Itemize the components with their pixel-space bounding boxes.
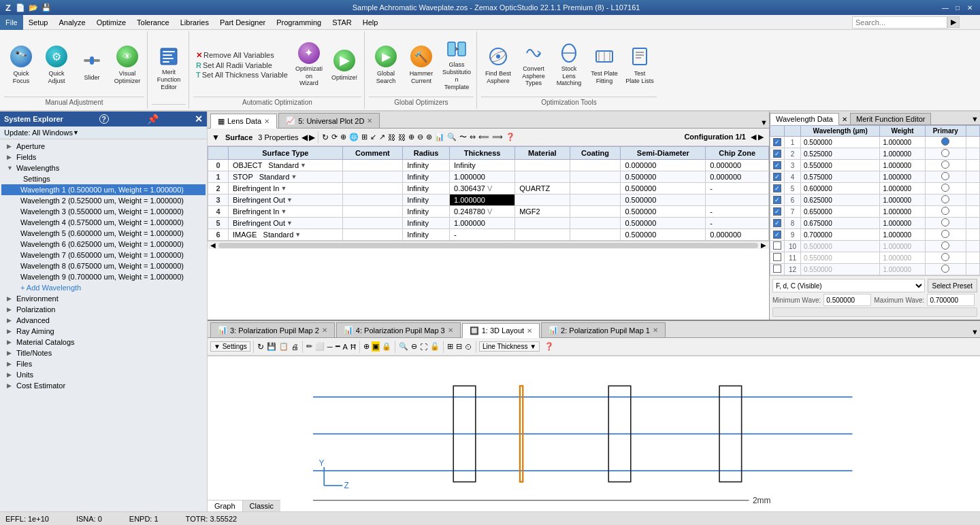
sidebar-item-environment[interactable]: ▶ Environment bbox=[1, 293, 206, 304]
minimize-btn[interactable]: — bbox=[941, 3, 950, 12]
wl-primary-8[interactable] bbox=[925, 218, 966, 229]
wl-wavelength-1[interactable]: 0.500000 bbox=[801, 137, 880, 148]
coating-1[interactable] bbox=[570, 171, 621, 183]
refresh-icon[interactable]: ↻ bbox=[257, 341, 265, 352]
comment-5[interactable] bbox=[342, 218, 402, 229]
wl-wavelength-2[interactable]: 0.525000 bbox=[801, 148, 880, 160]
wl-wavelength-4[interactable]: 0.575000 bbox=[801, 171, 880, 183]
max-wave-input[interactable] bbox=[927, 294, 975, 306]
wl-primary-12[interactable] bbox=[925, 264, 966, 275]
tab-pol-pupil-2[interactable]: 📊 3: Polarization Pupil Map 2 ✕ bbox=[210, 322, 335, 337]
global-search-btn[interactable]: ▶ GlobalSearch bbox=[369, 40, 403, 89]
menu-tolerance[interactable]: Tolerance bbox=[131, 15, 175, 30]
thickness-1[interactable]: 1.000000 bbox=[450, 171, 515, 183]
chain2-icon[interactable]: ⛓ bbox=[397, 133, 406, 142]
menu-help[interactable]: Help bbox=[357, 15, 384, 30]
wl-checkbox-8[interactable]: ✓ bbox=[770, 218, 785, 229]
sidebar-update[interactable]: Update: All Windows ▼ bbox=[0, 126, 207, 139]
back-icon[interactable]: ⟸ bbox=[478, 132, 490, 142]
coating-4[interactable] bbox=[570, 206, 621, 218]
wl-weight-9[interactable]: 1.000000 bbox=[880, 229, 925, 241]
semi-diameter-5[interactable]: 0.500000 bbox=[621, 218, 706, 229]
thickness-0[interactable]: Infinity bbox=[450, 160, 515, 171]
comment-2[interactable] bbox=[342, 183, 402, 194]
search-input[interactable] bbox=[852, 16, 947, 29]
help-icon[interactable]: ❓ bbox=[505, 132, 516, 142]
sidebar-item-material-catalogs[interactable]: ▶ Material Catalogs bbox=[1, 337, 206, 348]
table2-icon[interactable]: ⊟ bbox=[455, 341, 463, 352]
update-icon[interactable]: ↻ bbox=[321, 132, 329, 143]
rp-tab-merit[interactable]: Merit Function Editor bbox=[850, 113, 931, 124]
set-all-thickness-btn[interactable]: T Set All Thickness Variable bbox=[196, 71, 288, 79]
comment-1[interactable] bbox=[342, 171, 402, 183]
sidebar-item-settings[interactable]: Settings bbox=[1, 173, 206, 184]
chain-icon[interactable]: ⛓ bbox=[387, 133, 396, 142]
lens-data-tab-close[interactable]: ✕ bbox=[264, 118, 270, 125]
menu-programming[interactable]: Programming bbox=[271, 15, 327, 30]
radius-5[interactable]: Infinity bbox=[403, 218, 450, 229]
menu-file[interactable]: File bbox=[0, 15, 23, 30]
pencil-icon[interactable]: ✏ bbox=[306, 341, 313, 352]
sidebar-item-wavelength7[interactable]: Wavelength 7 (0.650000 um, Weight = 1.00… bbox=[1, 250, 206, 260]
coating-2[interactable] bbox=[570, 183, 621, 194]
visual-optimizer-btn[interactable]: 👁 VisualOptimizer bbox=[110, 40, 144, 89]
universal-plot-tab-close[interactable]: ✕ bbox=[367, 117, 372, 124]
wl-checkbox-7[interactable]: ✓ bbox=[770, 206, 785, 218]
sidebar-item-aperture[interactable]: ▶ Aperture bbox=[1, 141, 206, 152]
menu-part-designer[interactable]: Part Designer bbox=[214, 15, 271, 30]
col-thickness[interactable]: Thickness bbox=[450, 147, 515, 160]
tab-pol-pupil-3[interactable]: 📊 4: Polarization Pupil Map 3 ✕ bbox=[336, 322, 461, 337]
semi-diameter-0[interactable]: 0.000000 bbox=[621, 160, 706, 171]
quick-focus-btn[interactable]: 🔭 QuickFocus bbox=[4, 40, 38, 89]
material-5[interactable] bbox=[515, 218, 570, 229]
wl-checkbox-2[interactable]: ✓ bbox=[770, 148, 785, 160]
wl-primary-4[interactable] bbox=[925, 171, 966, 183]
semi-diameter-3[interactable]: 0.500000 bbox=[621, 194, 706, 206]
chip-zone-0[interactable]: 0.000000 bbox=[706, 160, 769, 171]
wl-primary-5[interactable] bbox=[925, 183, 966, 194]
graph-tab[interactable]: Graph bbox=[208, 501, 243, 511]
arrow-left-icon[interactable]: ↙ bbox=[370, 132, 377, 142]
radius-4[interactable]: Infinity bbox=[403, 206, 450, 218]
sidebar-item-units[interactable]: ▶ Units bbox=[1, 369, 206, 380]
comment-3[interactable] bbox=[342, 194, 402, 206]
classic-tab[interactable]: Classic bbox=[243, 501, 280, 511]
merit-function-editor-btn[interactable]: MeritFunction Editor bbox=[152, 44, 186, 93]
tab-universal-plot[interactable]: 📈 5: Universal Plot 2D ✕ bbox=[278, 113, 380, 128]
sidebar-item-wavelength2[interactable]: Wavelength 2 (0.525000 um, Weight = 1.00… bbox=[1, 195, 206, 206]
wl-weight-10[interactable]: 1.000000 bbox=[880, 241, 925, 252]
rp-expand-icon[interactable]: ▼ bbox=[971, 115, 979, 123]
crosshair-icon[interactable]: ⊕ bbox=[363, 341, 370, 352]
col-surface-type[interactable]: Surface Type bbox=[229, 147, 343, 160]
help2-icon[interactable]: ❓ bbox=[544, 341, 555, 352]
surface-type-5[interactable]: Birefringent Out ▼ bbox=[229, 218, 343, 229]
wl-primary-2[interactable] bbox=[925, 148, 966, 160]
wl-wavelength-11[interactable]: 0.550000 bbox=[801, 252, 880, 264]
thickness-5[interactable]: 1.000000 bbox=[450, 218, 515, 229]
test-plate-fitting-btn[interactable]: Test PlateFitting bbox=[587, 40, 621, 89]
locked-icon[interactable]: 🔒 bbox=[381, 341, 392, 352]
quick-adjust-btn[interactable]: ⚙ QuickAdjust bbox=[39, 40, 74, 89]
expand-btn[interactable]: ▼ bbox=[210, 131, 221, 143]
min-wave-input[interactable] bbox=[823, 294, 871, 306]
material-0[interactable] bbox=[515, 160, 570, 171]
sidebar-item-wavelength1[interactable]: Wavelength 1 (0.500000 um, Weight = 1.00… bbox=[1, 184, 206, 195]
test-plate-lists-btn[interactable]: TestPlate Lists bbox=[623, 40, 657, 89]
radius-1[interactable]: Infinity bbox=[403, 171, 450, 183]
line-icon[interactable]: ─ bbox=[327, 342, 333, 352]
save-btn[interactable]: 💾 bbox=[42, 3, 51, 12]
thickness-3[interactable]: 1.000000 bbox=[450, 194, 515, 206]
sidebar-item-wavelength3[interactable]: Wavelength 3 (0.550000 um, Weight = 1.00… bbox=[1, 206, 206, 217]
radius-6[interactable]: Infinity bbox=[403, 229, 450, 241]
clock-icon[interactable]: ⏲ bbox=[464, 342, 473, 352]
menu-analyze[interactable]: Analyze bbox=[53, 15, 91, 30]
settings-btn[interactable]: ▼ Settings bbox=[210, 341, 250, 352]
insert-icon[interactable]: ⊕ bbox=[408, 132, 415, 142]
rp-tab-close-wl[interactable]: ✕ bbox=[839, 114, 850, 124]
wl-wavelength-6[interactable]: 0.625000 bbox=[801, 194, 880, 206]
sidebar-item-add-wavelength[interactable]: + Add Wavelength bbox=[1, 282, 206, 293]
scroll-right-icon[interactable]: ▶ bbox=[761, 241, 766, 249]
sidebar-item-wavelength5[interactable]: Wavelength 5 (0.600000 um, Weight = 1.00… bbox=[1, 228, 206, 239]
wl-scrollbar[interactable] bbox=[772, 307, 977, 317]
sidebar-item-title-notes[interactable]: ▶ Title/Notes bbox=[1, 348, 206, 358]
